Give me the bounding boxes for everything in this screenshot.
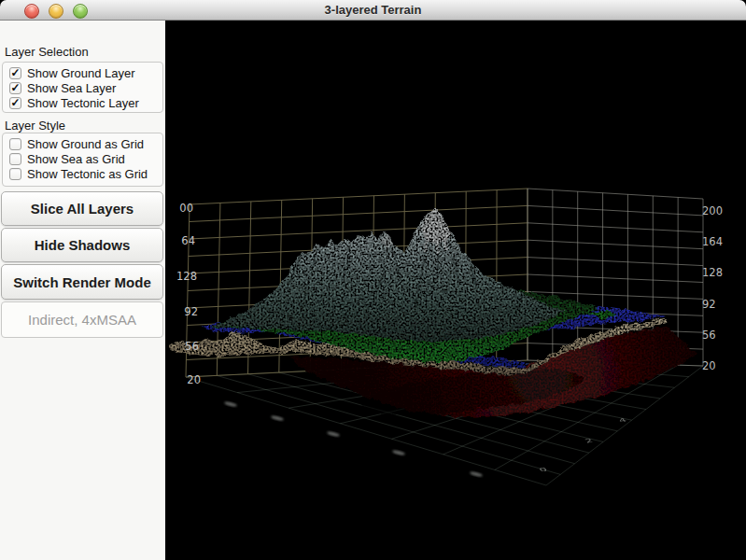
floor-tick-mark [392, 449, 406, 455]
layer-style-heading: Layer Style [5, 119, 65, 133]
checkbox-label: Show Sea Layer [27, 81, 116, 95]
axis-label: 00 [179, 202, 193, 215]
checkbox-label: Show Ground as Grid [27, 137, 144, 151]
checkbox-show-ground-layer[interactable]: ✓ Show Ground Layer [9, 65, 162, 80]
render-mode-status: Indirect, 4xMSAA [1, 301, 163, 338]
axis-label: 92 [702, 298, 716, 311]
checkbox-label: Show Tectonic Layer [27, 96, 139, 110]
floor-tick-mark [470, 470, 484, 477]
hide-shadows-button[interactable]: Hide Shadows [1, 228, 163, 262]
window-titlebar: 3-layered Terrain [0, 0, 746, 21]
window-title: 3-layered Terrain [0, 0, 746, 20]
layer-style-group: Show Ground as Grid Show Sea as Grid Sho… [2, 133, 163, 187]
checkbox-label: Show Ground Layer [27, 66, 135, 80]
checkbox-show-sea-layer[interactable]: ✓ Show Sea Layer [9, 80, 162, 95]
checkbox-show-ground-as-grid[interactable]: Show Ground as Grid [9, 136, 162, 151]
app-window: 3-layered Terrain Layer Selection ✓ Show… [0, 0, 746, 560]
checkbox-show-tectonic-layer[interactable]: ✓ Show Tectonic Layer [9, 95, 162, 110]
axis-label: 0 [538, 467, 549, 473]
checkbox-show-sea-as-grid[interactable]: Show Sea as Grid [9, 151, 162, 166]
axis-label: 128 [176, 270, 197, 283]
snow-cap [420, 208, 452, 245]
axis-label: 92 [184, 305, 198, 318]
layer-selection-group: ✓ Show Ground Layer ✓ Show Sea Layer ✓ S… [2, 62, 163, 113]
floor-tick-mark [327, 430, 341, 437]
control-sidebar: Layer Selection ✓ Show Ground Layer ✓ Sh… [0, 21, 165, 560]
axis-label: 128 [702, 266, 723, 279]
axis-labels-right: 200164128925620 [702, 204, 723, 372]
floor-tick-mark [271, 414, 285, 421]
axis-label: 64 [181, 234, 195, 247]
axis-label: 56 [702, 329, 716, 342]
checkbox-label: Show Sea as Grid [27, 152, 125, 166]
checkbox-show-tectonic-as-grid[interactable]: Show Tectonic as Grid [9, 166, 162, 181]
axis-label: 20 [702, 359, 716, 372]
checkbox-icon[interactable] [9, 153, 21, 165]
terrain-viewport[interactable]: 0064128925620 200164128925620 024 [165, 21, 746, 560]
axis-label: 200 [702, 204, 723, 217]
slice-all-layers-button[interactable]: Slice All Layers [1, 191, 163, 226]
layer-selection-heading: Layer Selection [5, 45, 89, 59]
axis-label: 2 [584, 438, 595, 444]
checkbox-label: Show Tectonic as Grid [27, 167, 148, 181]
axis-label: 164 [702, 235, 723, 248]
axis-label: 4 [617, 417, 628, 424]
switch-render-mode-button[interactable]: Switch Render Mode [1, 264, 163, 300]
checkbox-icon[interactable]: ✓ [9, 82, 21, 94]
axis-label: 20 [187, 373, 201, 386]
axis-label: 56 [185, 340, 199, 353]
checkbox-icon[interactable]: ✓ [9, 97, 21, 109]
floor-tick-mark [224, 400, 238, 407]
checkbox-icon[interactable] [9, 168, 21, 180]
checkbox-icon[interactable] [9, 138, 21, 150]
checkbox-icon[interactable]: ✓ [9, 67, 21, 79]
